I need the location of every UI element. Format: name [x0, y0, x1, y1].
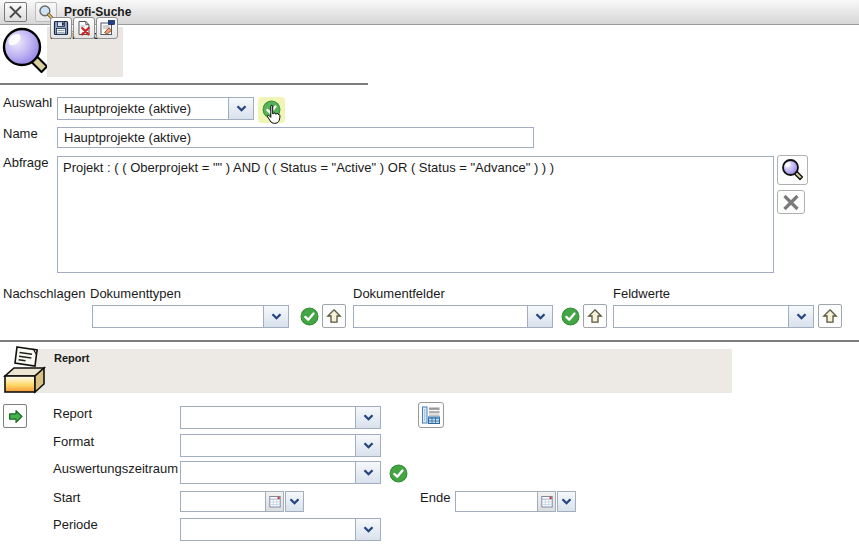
- search-icon: [781, 158, 805, 182]
- report-section-title: Report: [54, 352, 89, 364]
- chevron-down-icon: [271, 313, 282, 320]
- auswahl-label: Auswahl: [3, 95, 52, 110]
- report-section-bar: [30, 349, 732, 393]
- dokumentfelder-dropdown[interactable]: [353, 305, 553, 328]
- printer-icon: [2, 345, 52, 394]
- table-report-icon: [421, 405, 441, 425]
- dokumentfelder-up-button[interactable]: [583, 304, 607, 328]
- start-date-dropdown-arrow[interactable]: [285, 491, 304, 512]
- report-view-button[interactable]: [418, 402, 444, 428]
- periode-dropdown-arrow[interactable]: [355, 519, 380, 540]
- start-label: Start: [53, 490, 80, 505]
- delete-search-icon: [76, 20, 92, 36]
- properties-button[interactable]: [96, 17, 118, 39]
- close-icon: [782, 194, 800, 211]
- feldwerte-dropdown[interactable]: [613, 305, 814, 328]
- properties-icon: [99, 20, 115, 36]
- nachschlagen-label: Nachschlagen: [3, 286, 85, 301]
- auswertungszeitraum-dropdown-value: [181, 462, 355, 483]
- periode-dropdown-value: [181, 519, 355, 540]
- feldwerte-label: Feldwerte: [613, 286, 670, 301]
- report-dropdown-arrow[interactable]: [355, 407, 380, 428]
- start-calendar-button[interactable]: [265, 492, 283, 511]
- chevron-down-icon: [363, 469, 374, 476]
- auswahl-dropdown-arrow[interactable]: [228, 98, 253, 119]
- ende-calendar-button[interactable]: [537, 492, 555, 511]
- abfrage-label: Abfrage: [3, 155, 49, 170]
- save-button[interactable]: [50, 17, 72, 39]
- dokumenttypen-up-button[interactable]: [322, 304, 346, 328]
- ende-date-input[interactable]: [455, 491, 556, 512]
- dokumentfelder-label: Dokumentfelder: [353, 286, 445, 301]
- dokumenttypen-dropdown-value: [93, 306, 263, 327]
- chevron-down-icon: [363, 526, 374, 533]
- up-arrow-icon: [326, 308, 342, 324]
- chevron-down-icon: [289, 498, 300, 505]
- auswertungszeitraum-dropdown[interactable]: [180, 461, 381, 484]
- up-arrow-icon: [587, 308, 603, 324]
- feldwerte-dropdown-value: [614, 306, 788, 327]
- name-input[interactable]: [57, 127, 534, 148]
- run-report-button[interactable]: [3, 404, 27, 428]
- format-label: Format: [53, 434, 94, 449]
- auswahl-dropdown[interactable]: Hauptprojekte (aktive): [57, 97, 254, 120]
- dokumenttypen-label: Dokumenttypen: [90, 286, 181, 301]
- ende-date-dropdown-arrow[interactable]: [557, 491, 576, 512]
- auswertungszeitraum-confirm-icon[interactable]: [389, 464, 408, 483]
- format-dropdown[interactable]: [180, 434, 381, 457]
- clear-search-button[interactable]: [777, 190, 805, 214]
- chevron-down-icon: [236, 105, 247, 112]
- dokumentfelder-dropdown-arrow[interactable]: [527, 306, 552, 327]
- delete-search-button[interactable]: [73, 17, 95, 39]
- dokumenttypen-confirm-icon[interactable]: [300, 307, 319, 326]
- start-date-input[interactable]: [180, 491, 284, 512]
- green-right-arrow-icon: [7, 408, 24, 425]
- periode-dropdown[interactable]: [180, 518, 381, 541]
- chevron-down-icon: [363, 442, 374, 449]
- run-search-button[interactable]: [777, 155, 808, 185]
- close-button[interactable]: [4, 2, 27, 22]
- report-section-divider: [0, 340, 859, 342]
- periode-label: Periode: [53, 517, 98, 532]
- report-dropdown-value: [181, 407, 355, 428]
- profi-suche-window: Profi-Suche Profi-Suche: [0, 0, 859, 556]
- save-icon: [53, 20, 69, 36]
- ende-label: Ende: [420, 490, 450, 505]
- feldwerte-up-button[interactable]: [818, 304, 842, 328]
- format-dropdown-arrow[interactable]: [355, 435, 380, 456]
- toolbar-divider: [0, 83, 368, 85]
- chevron-down-icon: [363, 414, 374, 421]
- abfrage-textarea[interactable]: Projekt : ( ( Oberprojekt = "" ) AND ( (…: [57, 156, 774, 273]
- dokumentfelder-dropdown-value: [354, 306, 527, 327]
- dokumenttypen-dropdown[interactable]: [92, 305, 289, 328]
- report-label: Report: [53, 406, 92, 421]
- close-icon: [8, 5, 23, 19]
- titlebar: Profi-Suche: [0, 0, 859, 25]
- ende-date-value: [456, 492, 537, 511]
- dokumentfelder-confirm-icon[interactable]: [561, 307, 580, 326]
- report-dropdown[interactable]: [180, 406, 381, 429]
- calendar-icon: [269, 495, 281, 508]
- auswertungszeitraum-dropdown-arrow[interactable]: [355, 462, 380, 483]
- start-date-value: [181, 492, 265, 511]
- chevron-down-icon: [561, 498, 572, 505]
- auswahl-confirm-button[interactable]: [262, 100, 281, 119]
- chevron-down-icon: [796, 313, 807, 320]
- feldwerte-dropdown-arrow[interactable]: [788, 306, 813, 327]
- auswertungszeitraum-label: Auswertungszeitraum: [53, 461, 178, 476]
- format-dropdown-value: [181, 435, 355, 456]
- name-label: Name: [3, 126, 38, 141]
- dokumenttypen-dropdown-arrow[interactable]: [263, 306, 288, 327]
- auswahl-dropdown-value: Hauptprojekte (aktive): [58, 98, 228, 119]
- chevron-down-icon: [535, 313, 546, 320]
- up-arrow-icon: [822, 308, 838, 324]
- calendar-icon: [541, 495, 553, 508]
- profi-suche-icon: [1, 26, 48, 79]
